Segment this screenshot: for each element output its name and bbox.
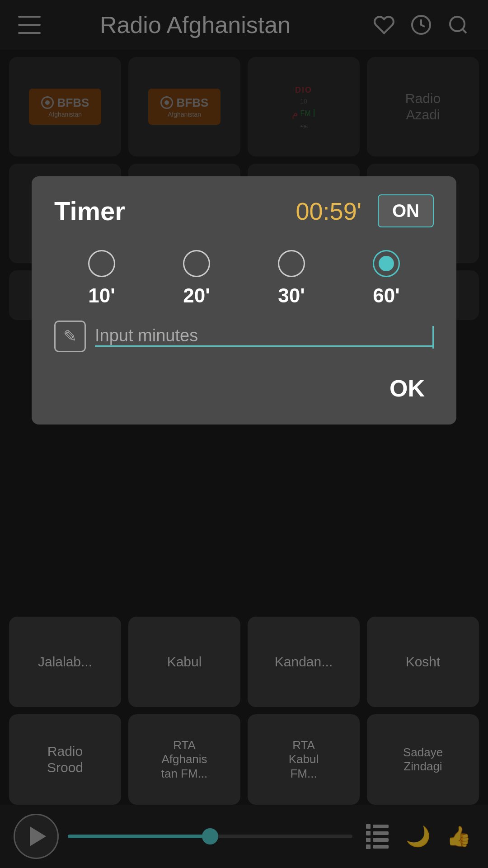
timer-ok-button[interactable]: OK	[54, 375, 434, 402]
timer-input-row: Input minutes	[54, 321, 434, 357]
timer-label-20: 20'	[183, 284, 210, 307]
minutes-input-container[interactable]: Input minutes	[95, 326, 434, 347]
input-cursor	[432, 326, 434, 349]
timer-label-30: 30'	[278, 284, 305, 307]
timer-title: Timer	[54, 196, 125, 226]
timer-toggle-button[interactable]: ON	[378, 194, 434, 227]
radio-circle-20	[183, 250, 210, 277]
radio-circle-10	[88, 250, 115, 277]
radio-circle-60	[373, 250, 400, 277]
modal-overlay	[0, 0, 488, 868]
timer-option-60[interactable]: 60'	[373, 250, 400, 307]
radio-circle-30	[278, 250, 305, 277]
edit-icon	[54, 321, 86, 352]
timer-label-60: 60'	[373, 284, 399, 307]
timer-header: Timer 00:59' ON	[54, 194, 434, 227]
minutes-input-placeholder: Input minutes	[95, 326, 198, 345]
timer-dialog: Timer 00:59' ON 10' 20' 30' 60' Input mi…	[32, 176, 456, 425]
timer-time-display: 00:59'	[296, 197, 361, 225]
timer-option-20[interactable]: 20'	[183, 250, 210, 307]
timer-option-30[interactable]: 30'	[278, 250, 305, 307]
timer-options: 10' 20' 30' 60'	[54, 250, 434, 307]
timer-option-10[interactable]: 10'	[88, 250, 115, 307]
timer-label-10: 10'	[88, 284, 115, 307]
